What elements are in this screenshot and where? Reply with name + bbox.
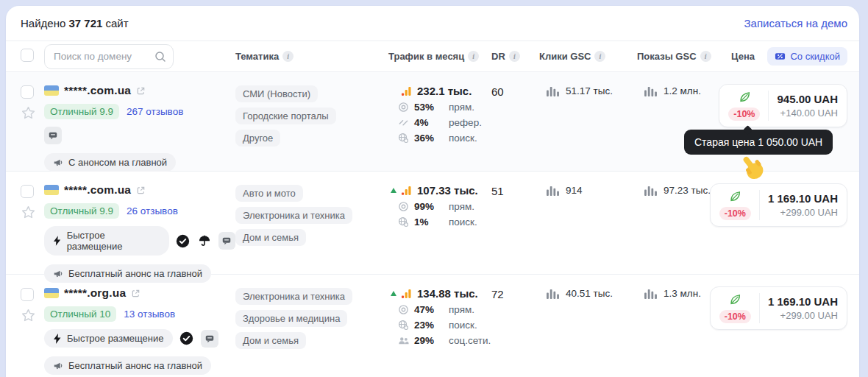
chat-icon[interactable]	[201, 330, 218, 348]
traffic-info-icon[interactable]: i	[468, 51, 479, 62]
topic-tag: Дом и семья	[235, 229, 306, 246]
gsc-bars-icon	[644, 85, 657, 96]
external-link-icon[interactable]	[136, 186, 146, 195]
row-checkbox[interactable]	[21, 288, 34, 301]
price-values: 945.00 UAH +140.00 UAH	[777, 93, 838, 119]
traffic-label: рефер.	[449, 117, 485, 128]
row-select-cell	[21, 286, 44, 323]
gsc-clicks-value: 914	[566, 185, 583, 196]
price-cell: -10% 1 169.10 UAH +299.00 UAH	[731, 286, 847, 330]
discount-badge: -10%	[719, 310, 751, 323]
traffic-label: прям.	[449, 201, 485, 212]
dr-value: 60	[485, 84, 539, 98]
topic-tag: Здоровье и медицина	[235, 310, 347, 327]
direct-traffic-icon	[398, 102, 409, 113]
traffic-cell: 232.1 тыс. 53% прям. 4% рефер. 36% поиск…	[388, 84, 485, 144]
results-count-value: 37 721	[68, 17, 102, 29]
traffic-total: 107.33 тыс.	[417, 184, 478, 197]
clicks-info-icon[interactable]: i	[594, 51, 605, 62]
demo-signup-link[interactable]: Записаться на демо	[744, 17, 847, 29]
traffic-bars-icon	[401, 288, 412, 299]
gsc-bars-icon	[547, 85, 559, 96]
verified-check-icon[interactable]	[175, 233, 191, 249]
social-traffic-icon	[398, 335, 409, 346]
favorite-star-icon[interactable]	[21, 105, 36, 121]
impressions-info-icon[interactable]: i	[700, 51, 711, 62]
gsc-clicks-value: 40.51 тыс.	[566, 288, 613, 299]
row-select-cell	[21, 183, 44, 220]
traffic-source: 99% прям.	[398, 201, 485, 212]
discount-filter-toggle[interactable]: Со скидкой	[767, 47, 847, 66]
column-traffic: Трафик в месяцi	[388, 51, 485, 62]
traffic-cell: 134.88 тыс. 47% прям. 23% поиск. 29% соц…	[388, 286, 485, 346]
topic-tag: Дом и семья	[235, 332, 306, 349]
reviews-link[interactable]: 267 отзывов	[127, 106, 183, 117]
traffic-source: 1% поиск.	[398, 216, 485, 228]
external-link-icon[interactable]	[136, 86, 146, 96]
discount-badge: -10%	[728, 108, 760, 121]
topic-info-icon[interactable]: i	[282, 51, 294, 62]
row-select-cell	[21, 84, 44, 121]
row-checkbox[interactable]	[21, 85, 34, 99]
traffic-total: 134.88 тыс.	[417, 287, 478, 300]
rating-badge: Отличный 10	[44, 306, 116, 322]
external-link-icon[interactable]	[131, 289, 140, 298]
chat-icon[interactable]	[44, 127, 62, 144]
dr-info-icon[interactable]: i	[509, 51, 520, 62]
site-domain-link[interactable]: *****.com.ua	[64, 84, 131, 97]
verified-check-icon[interactable]	[179, 331, 195, 347]
rating-badge: Отличный 9.9	[44, 203, 119, 219]
table-header: Тематикаi Трафик в месяцi DRi Клики GSCi…	[6, 41, 859, 72]
gsc-impressions-value: 1.3 млн.	[664, 288, 701, 299]
discount-block: -10%	[728, 91, 769, 121]
select-all-checkbox[interactable]	[21, 49, 34, 62]
column-topic-label: Тематика	[235, 51, 279, 62]
megaphone-icon	[53, 361, 63, 371]
topic-tag: Городские порталы	[235, 108, 336, 124]
chat-icon[interactable]	[218, 232, 235, 250]
price-cell: -10% 1 169.10 UAH +299.00 UAH	[731, 183, 847, 227]
feature-tag-label: Быстрое размещение	[67, 333, 164, 344]
favorite-star-icon[interactable]	[21, 308, 36, 323]
traffic-pct: 23%	[414, 320, 445, 331]
favorite-star-icon[interactable]	[21, 205, 36, 220]
megaphone-icon	[53, 158, 63, 168]
gsc-clicks-cell: 914	[539, 183, 637, 196]
ukraine-flag-icon	[44, 85, 59, 96]
search-traffic-icon	[398, 216, 409, 228]
reviews-link[interactable]: 13 отзывов	[124, 309, 175, 320]
site-domain-link[interactable]: *****.com.ua	[64, 183, 131, 197]
gsc-bars-icon	[644, 288, 657, 299]
umbrella-icon[interactable]	[196, 233, 212, 249]
price-card[interactable]: -10% 945.00 UAH +140.00 UAH	[719, 84, 847, 127]
topic-tag: Авто и мото	[235, 185, 303, 202]
gsc-impressions-cell: 1.2 млн.	[637, 84, 731, 96]
traffic-bars-icon	[401, 85, 412, 96]
site-row: *****.org.ua Отличный 10 13 отзывов Быст…	[6, 275, 859, 377]
topic-tag: СМИ (Новости)	[235, 85, 318, 102]
site-info-cell: *****.com.ua Отличный 9.9 267 отзывов С …	[44, 84, 235, 172]
traffic-pct: 53%	[414, 102, 445, 113]
reviews-link[interactable]: 26 отзывов	[127, 205, 178, 216]
traffic-label: прям.	[449, 102, 485, 113]
row-checkbox[interactable]	[21, 185, 34, 198]
lightning-icon	[53, 236, 62, 246]
results-count-prefix: Найдено	[21, 17, 65, 29]
direct-traffic-icon	[398, 304, 409, 315]
price-card[interactable]: -10% 1 169.10 UAH +299.00 UAH	[710, 286, 847, 330]
leaf-icon	[728, 190, 741, 203]
traffic-cell: 107.33 тыс. 99% прям. 1% поиск.	[388, 183, 485, 228]
price-values: 1 169.10 UAH +299.00 UAH	[768, 192, 838, 218]
traffic-pct: 36%	[414, 133, 445, 144]
site-domain-link[interactable]: *****.org.ua	[64, 286, 126, 300]
discount-block: -10%	[719, 190, 760, 220]
feature-tag-quick: Быстрое размещение	[44, 226, 169, 256]
gsc-clicks-cell: 51.17 тыс.	[539, 84, 637, 96]
gsc-clicks-value: 51.17 тыс.	[566, 85, 613, 96]
topic-tag: Другое	[235, 130, 280, 147]
search-traffic-icon	[398, 320, 409, 331]
price-card[interactable]: -10% 1 169.10 UAH +299.00 UAH	[710, 183, 847, 227]
gsc-bars-icon	[547, 185, 559, 196]
discount-badge: -10%	[719, 207, 751, 220]
traffic-label: поиск.	[449, 216, 485, 228]
